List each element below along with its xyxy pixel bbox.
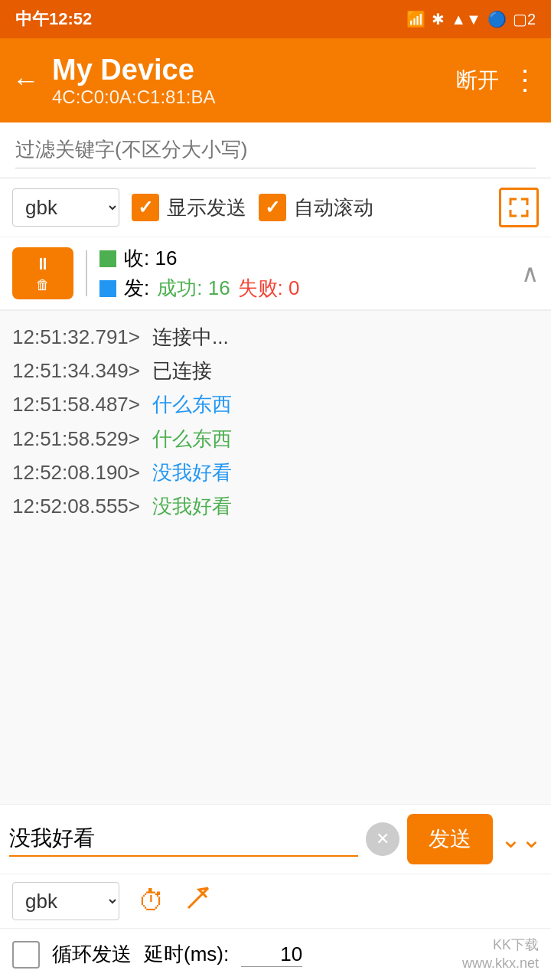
pause-clear-button[interactable]: ⏸ 🗑 (12, 247, 73, 299)
send-label: 发: (124, 275, 149, 302)
log-time: 12:52:08.555> (12, 489, 140, 523)
filter-input[interactable] (15, 132, 536, 168)
bluetooth-icon: ✱ (432, 10, 445, 28)
log-time: 12:51:58.487> (12, 387, 140, 421)
checkmark2-icon: ✓ (265, 197, 280, 218)
success-label: 成功: 16 (157, 275, 230, 302)
log-message: 什么东西 (152, 422, 232, 456)
green-indicator (99, 250, 116, 267)
log-entry: 12:51:58.529> 什么东西 (12, 422, 539, 456)
status-bar: 中午12:52 📶 ✱ ▲▼ 🔵 ▢2 (0, 0, 551, 38)
log-message: 连接中... (152, 320, 229, 354)
delay-input[interactable] (241, 942, 302, 967)
pause-icon: ⏸ (34, 254, 51, 274)
network-icon: ▲▼ (451, 11, 481, 28)
log-message: 没我好看 (152, 456, 232, 489)
fail-label: 失败: 0 (238, 275, 300, 302)
loop-row: 循环发送 延时(ms): KK下载 www.kkx.net (0, 929, 551, 980)
history-icon[interactable]: ⏱ (138, 885, 165, 917)
log-entry: 12:52:08.555> 没我好看 (12, 489, 539, 523)
disconnect-button[interactable]: 断开 (456, 66, 499, 95)
log-entry: 12:52:08.190> 没我好看 (12, 456, 539, 489)
log-entry: 12:51:34.349> 已连接 (12, 354, 539, 387)
stats-bar: ⏸ 🗑 收: 16 发: 成功: 16 失败: 0 ∧ (0, 237, 551, 311)
watermark-line2: www.kkx.net (462, 955, 539, 972)
device-name: My Device (52, 54, 456, 87)
input-row: ✕ 发送 ⌄⌄ (0, 805, 551, 874)
log-time: 12:51:34.349> (12, 354, 140, 387)
device-mac: 4C:C0:0A:C1:81:BA (52, 87, 456, 108)
delay-label: 延时(ms): (144, 941, 229, 968)
auto-scroll-checkbox[interactable]: ✓ (259, 194, 286, 221)
watermark: KK下载 www.kkx.net (462, 936, 539, 972)
expand-button[interactable] (499, 188, 539, 227)
clear-input-button[interactable]: ✕ (366, 822, 399, 856)
checkmark-icon: ✓ (138, 197, 153, 218)
toolbar-title: My Device 4C:C0:0A:C1:81:BA (52, 54, 456, 108)
log-time: 12:51:32.791> (12, 320, 140, 354)
log-message: 已连接 (152, 354, 212, 387)
collapse-button[interactable]: ∧ (521, 259, 539, 288)
expand-down-button[interactable]: ⌄⌄ (500, 825, 542, 854)
stats-info: 收: 16 发: 成功: 16 失败: 0 (99, 245, 521, 302)
log-message: 什么东西 (152, 387, 232, 421)
log-message: 没我好看 (152, 489, 232, 523)
loop-label: 循环发送 (52, 941, 132, 968)
auto-scroll-label: 自动滚动 (294, 194, 373, 221)
battery-icon: ▢2 (513, 10, 536, 28)
auto-scroll-group: ✓ 自动滚动 (259, 194, 373, 221)
tools-row: gbk utf-8 ascii ⏱ (0, 874, 551, 929)
bottom-area: ✕ 发送 ⌄⌄ gbk utf-8 ascii ⏱ 循环发送 延时(ms): K… (0, 804, 551, 980)
status-time: 中午12:52 (15, 8, 92, 31)
vertical-divider (86, 250, 87, 296)
signal-icon: 📶 (406, 10, 425, 28)
show-send-label: 显示发送 (167, 194, 246, 221)
message-input[interactable] (9, 822, 358, 857)
log-entry: 12:51:58.487> 什么东西 (12, 387, 539, 421)
controls-row: gbk utf-8 ascii ✓ 显示发送 ✓ 自动滚动 (0, 178, 551, 237)
send-button[interactable]: 发送 (407, 814, 493, 864)
status-icons: 📶 ✱ ▲▼ 🔵 ▢2 (406, 10, 536, 28)
svg-line-0 (188, 888, 208, 908)
encoding-select-bottom[interactable]: gbk utf-8 ascii (12, 882, 119, 920)
log-area: 12:51:32.791> 连接中... 12:51:34.349> 已连接 1… (0, 311, 551, 804)
show-send-checkbox[interactable]: ✓ (132, 194, 159, 221)
log-time: 12:52:08.190> (12, 456, 140, 489)
loop-checkbox[interactable] (12, 941, 40, 969)
back-button[interactable]: ← (12, 64, 40, 96)
filter-section (0, 122, 551, 178)
log-time: 12:51:58.529> (12, 422, 140, 456)
send-stat: 发: 成功: 16 失败: 0 (99, 275, 521, 302)
toolbar: ← My Device 4C:C0:0A:C1:81:BA 断开 ⋮ (0, 38, 551, 122)
show-send-group: ✓ 显示发送 (132, 194, 246, 221)
watermark-line1: KK下载 (462, 936, 539, 954)
clear-icon: 🗑 (36, 277, 50, 293)
send-template-icon[interactable] (184, 884, 213, 920)
recv-stat: 收: 16 (99, 245, 521, 272)
menu-button[interactable]: ⋮ (511, 64, 539, 96)
wifi-icon: 🔵 (487, 10, 507, 28)
recv-label: 收: 16 (124, 245, 177, 272)
encoding-select-top[interactable]: gbk utf-8 ascii (12, 188, 119, 227)
log-entry: 12:51:32.791> 连接中... (12, 320, 539, 354)
blue-indicator (99, 280, 116, 297)
